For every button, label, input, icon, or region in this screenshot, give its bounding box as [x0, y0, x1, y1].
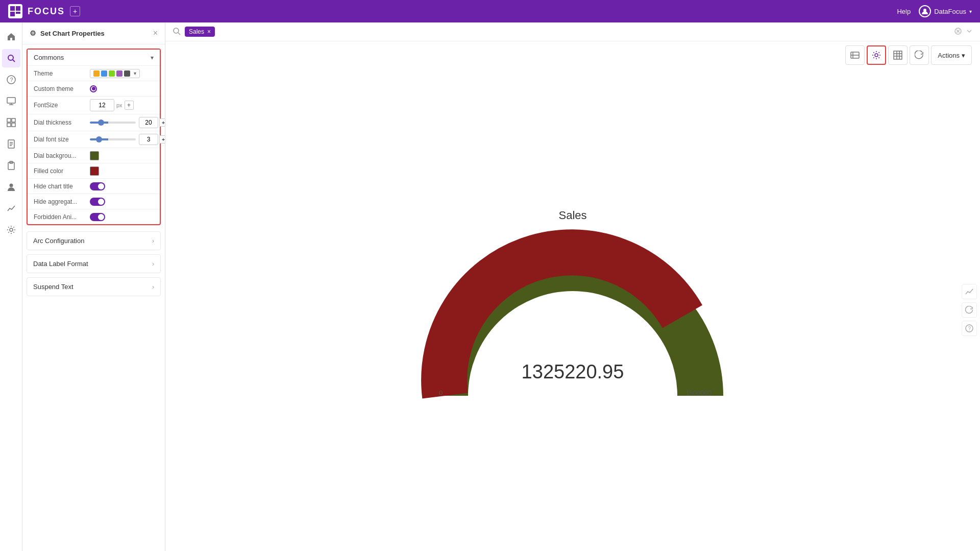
- dial-background-color-swatch[interactable]: [90, 151, 99, 160]
- hide-aggregate-toggle[interactable]: [90, 198, 105, 206]
- gauge-max: 1500000: [685, 389, 712, 397]
- dial-background-row: Dial backgrou...: [28, 148, 160, 163]
- theme-color-1: [93, 70, 100, 77]
- theme-dropdown-chevron: ▾: [134, 70, 136, 76]
- svg-rect-15: [12, 123, 15, 127]
- commons-section-header[interactable]: Commons ▾: [28, 50, 160, 65]
- content-area: Sales × A: [165, 22, 980, 551]
- commons-section-label: Commons: [34, 54, 64, 61]
- suspend-text-label: Suspend Text: [33, 283, 74, 291]
- data-label-format-header[interactable]: Data Label Format ›: [27, 255, 160, 273]
- dial-thickness-input[interactable]: [139, 117, 158, 128]
- fontsize-row: FontSize px +: [28, 96, 160, 114]
- filled-color-swatch[interactable]: [90, 166, 99, 176]
- svg-point-32: [875, 54, 878, 57]
- svg-rect-0: [10, 6, 15, 11]
- dial-font-size-num: +: [139, 134, 165, 145]
- chart-area: Sales 1325220.95 0 1500000: [165, 69, 980, 551]
- forbidden-ani-label: Forbidden Ani...: [34, 213, 90, 221]
- chart-toolbar: Actions ▾: [165, 41, 980, 69]
- sidebar-clipboard-icon[interactable]: [2, 156, 20, 175]
- dial-thickness-slider[interactable]: [90, 122, 136, 124]
- search-bar: Sales ×: [165, 22, 980, 41]
- topnav-left: FOCUS +: [8, 4, 80, 18]
- right-mini-toolbar: ?: [962, 284, 977, 336]
- custom-theme-radio[interactable]: [90, 85, 97, 92]
- arc-configuration-label: Arc Configuration: [33, 237, 84, 245]
- sidebar-document-icon[interactable]: [2, 135, 20, 153]
- logo-icon: [8, 4, 22, 18]
- commons-section: Commons ▾ Theme ▾: [27, 49, 161, 225]
- mini-help-icon[interactable]: ?: [962, 321, 977, 336]
- arc-configuration-header[interactable]: Arc Configuration ›: [27, 232, 160, 250]
- mini-refresh-icon[interactable]: [962, 302, 977, 318]
- custom-theme-value: [90, 85, 154, 92]
- svg-point-23: [10, 228, 13, 231]
- svg-rect-3: [16, 12, 20, 14]
- dial-font-size-plus-button[interactable]: +: [159, 135, 165, 143]
- actions-label: Actions: [938, 52, 960, 59]
- svg-point-22: [9, 184, 13, 187]
- gauge-min: 0: [439, 389, 443, 397]
- forbidden-ani-toggle[interactable]: [90, 213, 105, 221]
- settings-view-button[interactable]: [867, 45, 886, 65]
- table-view-button[interactable]: [888, 45, 908, 65]
- hide-aggregate-row: Hide aggregat...: [28, 194, 160, 209]
- fontsize-increment-button[interactable]: +: [125, 101, 134, 110]
- sidebar-home-icon[interactable]: [2, 28, 20, 46]
- sidebar-person-icon[interactable]: [2, 178, 20, 196]
- suspend-text-header[interactable]: Suspend Text ›: [27, 278, 160, 296]
- hide-aggregate-value: [90, 198, 154, 206]
- filled-color-row: Filled color: [28, 163, 160, 178]
- chart-title: Sales: [558, 209, 586, 222]
- theme-color-5: [124, 70, 130, 77]
- hide-chart-title-toggle[interactable]: [90, 182, 105, 190]
- theme-value: ▾: [90, 69, 154, 78]
- sidebar-search-icon[interactable]: [2, 49, 20, 67]
- search-clear-button[interactable]: [954, 28, 962, 36]
- sidebar-grid-icon[interactable]: [2, 113, 20, 132]
- dial-thickness-slider-wrap: +: [90, 117, 165, 128]
- fontsize-input-wrap: px +: [90, 99, 134, 111]
- custom-theme-row: Custom theme: [28, 81, 160, 96]
- sidebar-monitor-icon[interactable]: [2, 92, 20, 110]
- actions-button[interactable]: Actions ▾: [931, 45, 972, 65]
- card-view-button[interactable]: [845, 45, 865, 65]
- svg-line-6: [13, 60, 15, 62]
- sidebar-settings-icon[interactable]: [2, 221, 20, 239]
- sidebar-chart-icon[interactable]: [2, 199, 20, 218]
- chart-container: Sales 1325220.95 0 1500000: [404, 209, 741, 411]
- fontsize-input[interactable]: [90, 99, 114, 111]
- actions-chevron-icon: ▾: [962, 52, 965, 59]
- mini-chart-icon[interactable]: [962, 284, 977, 299]
- help-link[interactable]: Help: [897, 8, 911, 15]
- search-tag-close-button[interactable]: ×: [207, 28, 211, 35]
- fontsize-unit: px: [116, 102, 122, 108]
- theme-swatch[interactable]: ▾: [90, 69, 140, 78]
- dial-background-label: Dial backgrou...: [34, 152, 90, 159]
- suspend-text-section: Suspend Text ›: [27, 277, 161, 296]
- search-tag-label: Sales: [189, 28, 204, 35]
- add-tab-button[interactable]: +: [70, 6, 80, 16]
- sidebar-question-icon[interactable]: ?: [2, 70, 20, 89]
- user-avatar: [919, 5, 931, 17]
- dial-thickness-num: +: [139, 117, 165, 128]
- dial-font-size-slider[interactable]: [90, 138, 136, 140]
- theme-color-4: [116, 70, 122, 77]
- search-expand-button[interactable]: [966, 28, 973, 36]
- fontsize-value: px +: [90, 99, 154, 111]
- svg-rect-12: [7, 118, 11, 122]
- user-area[interactable]: DataFocus ▾: [919, 5, 972, 17]
- refresh-view-button[interactable]: [910, 45, 929, 65]
- search-bar-icon: [173, 27, 181, 37]
- svg-rect-14: [7, 123, 11, 127]
- dial-thickness-plus-button[interactable]: +: [159, 118, 165, 127]
- hide-chart-title-row: Hide chart title: [28, 178, 160, 194]
- theme-color-2: [101, 70, 107, 77]
- dial-font-size-input[interactable]: [139, 134, 158, 145]
- panel-close-button[interactable]: ×: [153, 29, 158, 38]
- svg-rect-13: [12, 118, 15, 122]
- dial-font-size-slider-wrap: +: [90, 134, 165, 145]
- dial-font-size-value: +: [90, 134, 165, 145]
- panel-gear-icon: ⚙: [30, 29, 36, 37]
